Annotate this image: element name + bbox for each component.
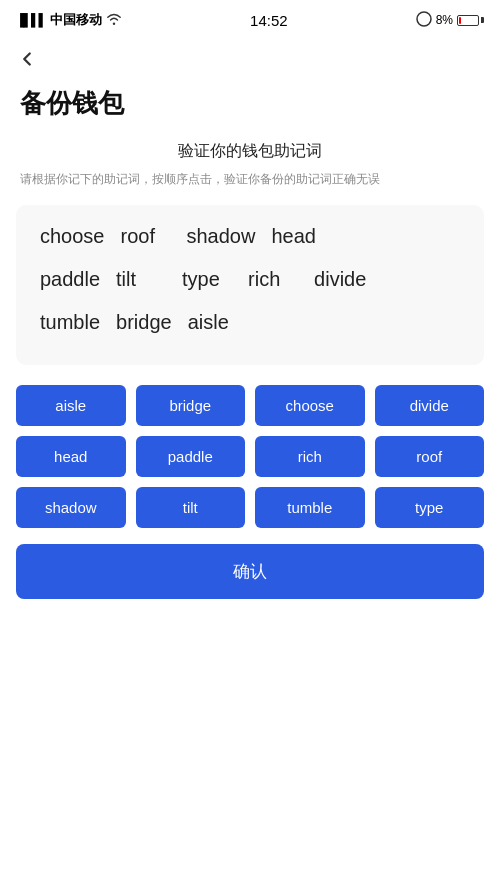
word-slot: shadow <box>187 225 256 248</box>
word-slot: type <box>182 268 232 291</box>
instruction-title: 验证你的钱包助记词 <box>20 141 480 162</box>
battery-percent: 8% <box>436 13 453 27</box>
word-row-2: paddle tilt type rich divide <box>40 268 460 291</box>
word-display-box: choose roof shadow head paddle tilt type… <box>16 205 484 365</box>
word-slot: head <box>271 225 321 248</box>
back-button[interactable] <box>0 40 500 78</box>
circle-icon <box>416 11 432 30</box>
word-button-type[interactable]: type <box>375 487 485 528</box>
word-slot: aisle <box>188 311 238 334</box>
word-slot: bridge <box>116 311 172 334</box>
signal-icon: ▐▌▌▌ <box>16 13 46 27</box>
status-carrier: ▐▌▌▌ 中国移动 <box>16 11 122 29</box>
word-row-3: tumble bridge aisle <box>40 311 460 334</box>
word-slot: roof <box>121 225 171 248</box>
word-buttons-section: aisle bridge choose divide head paddle r… <box>0 385 500 639</box>
word-button-tilt[interactable]: tilt <box>136 487 246 528</box>
instruction-desc: 请根据你记下的助记词，按顺序点击，验证你备份的助记词正确无误 <box>20 170 480 189</box>
word-button-roof[interactable]: roof <box>375 436 485 477</box>
word-slot: tilt <box>116 268 166 291</box>
word-slot: divide <box>314 268 366 291</box>
word-button-aisle[interactable]: aisle <box>16 385 126 426</box>
status-right: 8% <box>416 11 484 30</box>
word-button-bridge[interactable]: bridge <box>136 385 246 426</box>
word-buttons-grid: aisle bridge choose divide head paddle r… <box>16 385 484 528</box>
word-slot: tumble <box>40 311 100 334</box>
word-button-divide[interactable]: divide <box>375 385 485 426</box>
battery-icon <box>457 15 484 26</box>
status-bar: ▐▌▌▌ 中国移动 14:52 8% <box>0 0 500 40</box>
word-slot: choose <box>40 225 105 248</box>
confirm-button[interactable]: 确认 <box>16 544 484 599</box>
word-button-head[interactable]: head <box>16 436 126 477</box>
word-row-1: choose roof shadow head <box>40 225 460 248</box>
word-button-paddle[interactable]: paddle <box>136 436 246 477</box>
instruction-section: 验证你的钱包助记词 请根据你记下的助记词，按顺序点击，验证你备份的助记词正确无误 <box>0 141 500 205</box>
word-slot: paddle <box>40 268 100 291</box>
word-slot: rich <box>248 268 298 291</box>
word-button-rich[interactable]: rich <box>255 436 365 477</box>
word-button-tumble[interactable]: tumble <box>255 487 365 528</box>
wifi-icon <box>106 13 122 28</box>
svg-point-0 <box>417 12 431 26</box>
carrier-name: 中国移动 <box>50 11 102 29</box>
status-time: 14:52 <box>250 12 288 29</box>
word-button-shadow[interactable]: shadow <box>16 487 126 528</box>
word-button-choose[interactable]: choose <box>255 385 365 426</box>
page-title: 备份钱包 <box>0 78 500 141</box>
